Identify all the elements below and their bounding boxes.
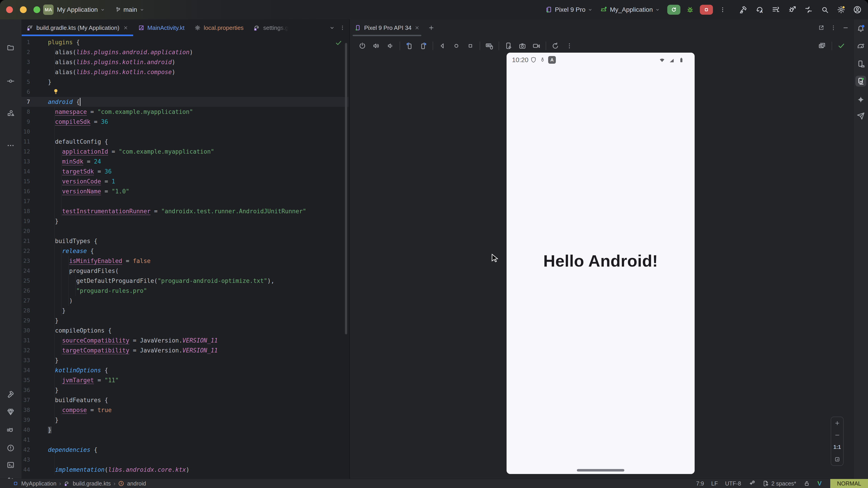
zoom-out-icon[interactable]	[834, 432, 840, 438]
code-line[interactable]: 26 "proguard-rules.pro"	[22, 286, 348, 296]
code-line[interactable]: 44 implementation(libs.androidx.core.ktx…	[22, 465, 348, 475]
code-line[interactable]: 25 getDefaultProguardFile("proguard-andr…	[22, 276, 348, 286]
code-line[interactable]: 1plugins {	[22, 37, 348, 47]
code-line[interactable]: 14 targetSdk = 36	[22, 166, 348, 176]
show-hidden-tabs-chevron-icon[interactable]	[329, 25, 335, 31]
code-line[interactable]: 15 versionCode = 1	[22, 176, 348, 186]
code-line[interactable]: 7android {	[22, 97, 348, 107]
sidebar-item-device-manager[interactable]	[855, 59, 866, 69]
tab-settings-gradle[interactable]: settings.g	[249, 20, 293, 36]
zoom-actual-size-button[interactable]: 1:1	[833, 444, 841, 450]
device-settings-button[interactable]	[502, 40, 515, 52]
code-line[interactable]: 22 release {	[22, 246, 348, 256]
code-line[interactable]: 39 }	[22, 415, 348, 425]
code-line[interactable]: 42dependencies {	[22, 445, 348, 455]
sidebar-item-resource-manager[interactable]	[5, 108, 16, 119]
device-selector[interactable]: Pixel 9 Pro	[546, 0, 593, 20]
home-button[interactable]	[450, 40, 463, 52]
breadcrumb-item[interactable]: android	[127, 480, 146, 487]
overview-button[interactable]	[464, 40, 476, 52]
zoom-in-icon[interactable]	[834, 420, 840, 426]
sidebar-item-commit[interactable]	[5, 76, 16, 87]
code-line[interactable]: 16 versionName = "1.0"	[22, 186, 348, 196]
power-button[interactable]	[356, 40, 368, 52]
reset-button[interactable]	[549, 40, 561, 52]
run-more-actions-button[interactable]	[716, 3, 729, 16]
code-line[interactable]: 9 compileSdk = 36	[22, 117, 348, 127]
code-line[interactable]: 8 namespace = "com.example.myapplication…	[22, 107, 348, 117]
editor-options-kebab-icon[interactable]	[340, 25, 345, 31]
open-in-new-window-icon[interactable]	[818, 25, 825, 31]
sidebar-item-project[interactable]	[5, 42, 16, 53]
zoom-window-button[interactable]	[33, 6, 40, 13]
code-line[interactable]: 23 isMinifyEnabled = false	[22, 256, 348, 266]
rotate-left-button[interactable]	[403, 40, 415, 52]
profiler-button[interactable]	[770, 3, 782, 16]
code-line[interactable]: 36 }	[22, 385, 348, 395]
tab-local-properties[interactable]: local.properties	[189, 20, 248, 36]
code-line[interactable]: 38 compose = true	[22, 405, 348, 415]
code-editor[interactable]: 1plugins {2 alias(libs.plugins.android.a…	[22, 36, 348, 479]
volume-down-button[interactable]	[384, 40, 397, 52]
close-tab-icon[interactable]	[123, 25, 128, 30]
screenshot-button[interactable]	[516, 40, 528, 52]
sidebar-item-build[interactable]	[5, 389, 16, 400]
add-device-tab-icon[interactable]	[428, 25, 434, 31]
rotate-right-button[interactable]	[417, 40, 430, 52]
code-line[interactable]: 11 defaultConfig {	[22, 137, 348, 147]
code-line[interactable]: 20	[22, 226, 348, 236]
minimize-window-button[interactable]	[20, 6, 27, 13]
emulator-screen[interactable]: 10:20 A Hello Android!	[506, 53, 694, 474]
code-line[interactable]: 19 }	[22, 216, 348, 226]
sidebar-item-terminal[interactable]	[5, 459, 16, 470]
attach-debugger-button[interactable]	[786, 3, 799, 16]
line-separator[interactable]: LF	[711, 480, 718, 487]
code-line[interactable]: 2 alias(libs.plugins.android.application…	[22, 47, 348, 57]
file-encoding[interactable]: UTF-8	[725, 480, 741, 487]
code-line[interactable]: 27 )	[22, 296, 348, 306]
volume-up-button[interactable]	[370, 40, 382, 52]
rerun-button[interactable]	[667, 5, 680, 15]
intention-lightbulb-icon[interactable]	[53, 88, 59, 95]
sidebar-item-gradle[interactable]	[855, 41, 866, 52]
project-widget[interactable]: My Application	[57, 0, 105, 20]
caret-position[interactable]: 7:9	[696, 480, 704, 487]
code-line[interactable]: 28 }	[22, 306, 348, 316]
sidebar-item-app-quality-insights[interactable]	[5, 406, 16, 417]
indent-widget[interactable]: 2 spaces*	[763, 480, 796, 487]
breadcrumb-item[interactable]: build.gradle.kts	[73, 480, 111, 487]
lock-open-icon[interactable]	[803, 480, 810, 487]
code-line[interactable]: 17	[22, 196, 348, 206]
code-line[interactable]: 31 sourceCompatibility = JavaVersion.VER…	[22, 335, 348, 346]
code-line[interactable]: 41	[22, 435, 348, 445]
sidebar-item-gemini[interactable]	[855, 94, 866, 105]
tab-pixel-9-pro-api-34[interactable]: Pixel 9 Pro API 34	[350, 20, 424, 36]
sidebar-item-more-tools[interactable]	[5, 140, 16, 151]
sidebar-item-running-devices[interactable]	[855, 76, 866, 87]
debug-button[interactable]	[684, 3, 697, 16]
panel-options-kebab-icon[interactable]	[830, 25, 837, 31]
account-button[interactable]	[851, 3, 864, 16]
code-line[interactable]: 3 alias(libs.plugins.kotlin.android)	[22, 57, 348, 67]
code-line[interactable]: 29 }	[22, 316, 348, 326]
code-line[interactable]: 30 compileOptions {	[22, 326, 348, 335]
sidebar-item-problems[interactable]	[5, 443, 16, 453]
close-tab-icon[interactable]	[414, 25, 420, 30]
code-line[interactable]: 24 proguardFiles(	[22, 266, 348, 276]
hide-panel-icon[interactable]	[842, 25, 849, 31]
project-avatar[interactable]: MA	[43, 4, 54, 15]
gesture-navigation-pill[interactable]	[577, 469, 624, 471]
settings-button[interactable]	[835, 3, 848, 16]
ai-assist-disabled-icon[interactable]	[748, 480, 755, 487]
back-button[interactable]	[436, 40, 448, 52]
code-line[interactable]: 35 jvmTarget = "11"	[22, 375, 348, 385]
stop-button[interactable]	[700, 5, 713, 15]
screen-record-button[interactable]	[530, 40, 542, 52]
code-line[interactable]: 4 alias(libs.plugins.kotlin.compose)	[22, 67, 348, 77]
sidebar-item-logcat[interactable]	[5, 425, 16, 436]
editor-scrollbar[interactable]	[345, 43, 347, 334]
build-button[interactable]	[737, 3, 750, 16]
zoom-to-fit-icon[interactable]	[834, 456, 840, 462]
sync-gradle-button[interactable]	[802, 3, 815, 16]
code-line[interactable]: 6	[22, 87, 348, 97]
